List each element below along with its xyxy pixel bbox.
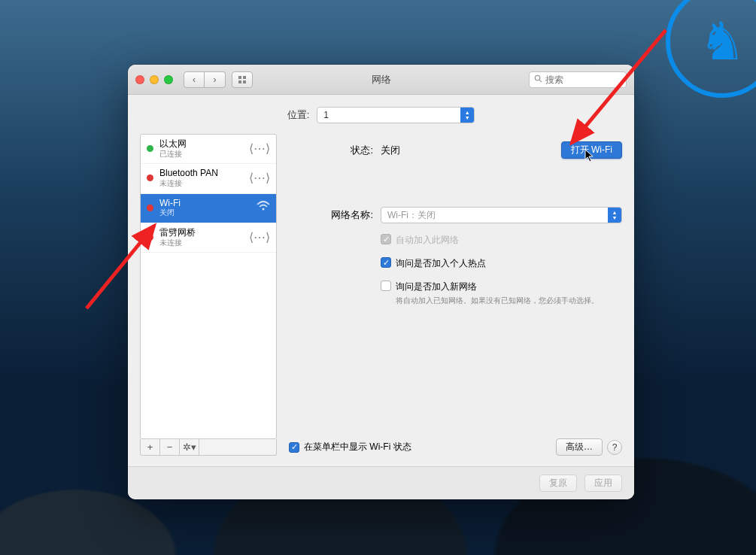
location-value: 1 xyxy=(323,110,329,120)
search-field-wrap[interactable] xyxy=(529,71,627,88)
sidebar-item-bluetooth-pan[interactable]: Bluetooth PAN 未连接 ⟨⋯⟩ xyxy=(141,164,276,193)
ask-new-row: 询问是否加入新网络 将自动加入已知网络。如果没有已知网络，您必须手动选择。 xyxy=(381,281,622,306)
auto-join-label: 自动加入此网络 xyxy=(396,234,459,247)
location-row: 位置: 1 ▲▼ xyxy=(128,95,634,134)
connection-options-button[interactable]: ✲▾ xyxy=(180,439,199,455)
svg-point-4 xyxy=(535,75,539,80)
ask-hotspot-checkbox[interactable]: ✓ xyxy=(381,257,391,268)
status-dot-icon xyxy=(147,234,153,241)
ethernet-icon: ⟨⋯⟩ xyxy=(249,171,270,185)
svg-line-5 xyxy=(539,80,542,82)
sidebar-footer: + − ✲▾ xyxy=(140,439,277,456)
svg-rect-2 xyxy=(238,80,241,83)
svg-rect-0 xyxy=(238,76,241,79)
search-input[interactable] xyxy=(545,74,621,85)
auto-join-checkbox: ✓ xyxy=(381,234,391,244)
sidebar-item-ethernet[interactable]: 以太网 已连接 ⟨⋯⟩ xyxy=(141,135,276,164)
revert-button[interactable]: 复原 xyxy=(539,475,577,492)
ask-new-checkbox[interactable] xyxy=(381,281,391,291)
sidebar-item-thunderbolt-bridge[interactable]: 雷劈网桥 未连接 ⟨⋯⟩ xyxy=(141,223,276,253)
status-value: 关闭 xyxy=(381,144,400,157)
svg-rect-3 xyxy=(243,80,246,83)
window-footer: 复原 应用 xyxy=(128,466,634,499)
ethernet-icon: ⟨⋯⟩ xyxy=(249,230,270,244)
network-name-row: 网络名称: Wi-Fi：关闭 ▲▼ xyxy=(289,207,622,223)
ask-hotspot-label: 询问是否加入个人热点 xyxy=(396,257,486,270)
nav-buttons: ‹ › xyxy=(184,71,226,88)
sidebar-item-text: 以太网 已连接 xyxy=(159,139,187,158)
sidebar-item-sub: 已连接 xyxy=(159,150,187,159)
location-dropdown[interactable]: 1 ▲▼ xyxy=(317,107,475,123)
ethernet-icon: ⟨⋯⟩ xyxy=(249,141,270,156)
network-name-dropdown[interactable]: Wi-Fi：关闭 ▲▼ xyxy=(381,207,622,223)
apply-button[interactable]: 应用 xyxy=(584,475,622,492)
search-icon xyxy=(534,74,542,85)
sidebar-item-text: 雷劈网桥 未连接 xyxy=(159,228,196,247)
location-label: 位置: xyxy=(287,108,310,122)
turn-on-wifi-button[interactable]: 打开 Wi-Fi xyxy=(561,141,622,159)
close-button[interactable] xyxy=(135,75,144,84)
gear-icon: ✲▾ xyxy=(183,441,196,453)
forward-button[interactable]: › xyxy=(205,71,226,88)
back-button[interactable]: ‹ xyxy=(184,71,205,88)
help-button[interactable]: ? xyxy=(607,440,622,455)
minimize-button[interactable] xyxy=(150,75,159,84)
connection-list: 以太网 已连接 ⟨⋯⟩ Bluetooth PAN 未连接 ⟨⋯⟩ xyxy=(140,134,277,439)
show-all-button[interactable] xyxy=(232,71,253,88)
auto-join-row: ✓ 自动加入此网络 xyxy=(381,234,622,247)
menubar-label: 在菜单栏中显示 Wi-Fi 状态 xyxy=(304,441,411,453)
status-dot-icon xyxy=(147,145,153,152)
sidebar-item-sub: 关闭 xyxy=(159,208,181,217)
window-controls xyxy=(135,75,173,84)
content-area: 以太网 已连接 ⟨⋯⟩ Bluetooth PAN 未连接 ⟨⋯⟩ xyxy=(128,134,634,466)
svg-point-6 xyxy=(262,208,264,211)
advanced-button[interactable]: 高级… xyxy=(556,438,603,456)
sidebar-item-name: 雷劈网桥 xyxy=(159,228,196,238)
dropdown-arrows-icon: ▲▼ xyxy=(608,208,621,223)
status-dot-icon xyxy=(147,174,153,181)
ask-hotspot-row: ✓ 询问是否加入个人热点 xyxy=(381,257,622,270)
add-connection-button[interactable]: + xyxy=(141,439,160,455)
dropdown-arrows-icon: ▲▼ xyxy=(460,108,474,123)
sidebar-item-sub: 未连接 xyxy=(159,238,196,247)
status-dot-icon xyxy=(147,205,153,211)
svg-rect-1 xyxy=(243,76,246,79)
network-preferences-window: ‹ › 网络 位置: 1 ▲▼ 以太网 已 xyxy=(128,65,634,499)
remove-connection-button[interactable]: − xyxy=(160,439,180,455)
ask-new-help-text: 将自动加入已知网络。如果没有已知网络，您必须手动选择。 xyxy=(396,296,599,306)
network-name-label: 网络名称: xyxy=(289,208,373,222)
sidebar-item-wifi[interactable]: Wi-Fi 关闭 xyxy=(141,194,276,223)
wifi-icon xyxy=(257,201,270,214)
sidebar-item-sub: 未连接 xyxy=(159,179,218,188)
sidebar-column: 以太网 已连接 ⟨⋯⟩ Bluetooth PAN 未连接 ⟨⋯⟩ xyxy=(140,134,277,456)
sidebar-item-text: Bluetooth PAN 未连接 xyxy=(159,168,218,187)
main-panel: 状态: 关闭 打开 Wi-Fi 网络名称: Wi-Fi：关闭 ▲▼ ✓ 自动加入… xyxy=(289,134,622,456)
titlebar: ‹ › 网络 xyxy=(128,65,634,95)
fullscreen-button[interactable] xyxy=(164,75,173,84)
status-label: 状态: xyxy=(289,144,373,157)
ask-new-label: 询问是否加入新网络 xyxy=(396,281,599,293)
sidebar-item-name: 以太网 xyxy=(159,139,187,150)
sidebar-item-text: Wi-Fi 关闭 xyxy=(159,199,181,217)
status-row: 状态: 关闭 打开 Wi-Fi xyxy=(289,134,622,159)
sidebar-item-name: Wi-Fi xyxy=(159,199,181,209)
network-name-placeholder: Wi-Fi：关闭 xyxy=(387,209,436,222)
corner-emblem: ♞ xyxy=(666,0,756,98)
bottom-row: ✓ 在菜单栏中显示 Wi-Fi 状态 高级… ? xyxy=(289,438,622,456)
menubar-checkbox[interactable]: ✓ xyxy=(289,442,299,453)
sidebar-item-name: Bluetooth PAN xyxy=(159,168,218,179)
